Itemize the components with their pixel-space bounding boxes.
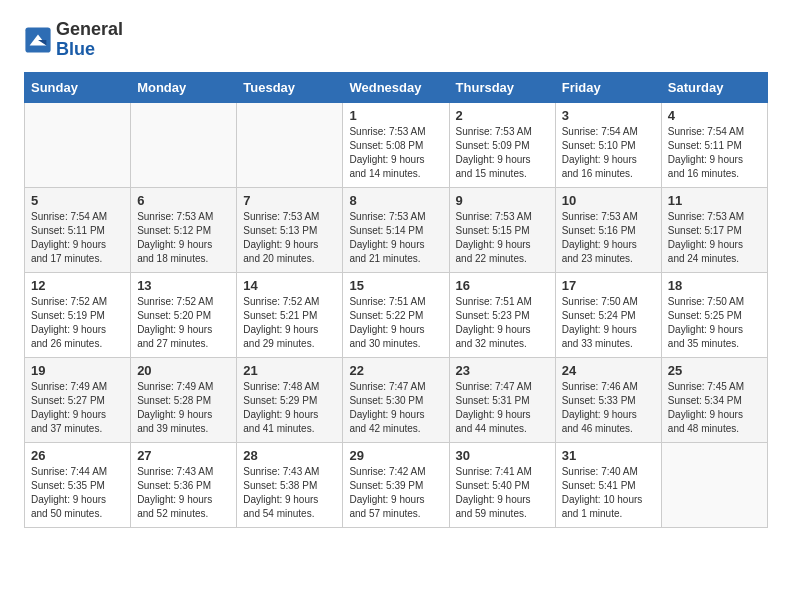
- weekday-header-thursday: Thursday: [449, 72, 555, 102]
- cell-content: Sunrise: 7:54 AM Sunset: 5:11 PM Dayligh…: [31, 210, 124, 266]
- cell-content: Sunrise: 7:45 AM Sunset: 5:34 PM Dayligh…: [668, 380, 761, 436]
- calendar-cell: 5Sunrise: 7:54 AM Sunset: 5:11 PM Daylig…: [25, 187, 131, 272]
- day-number: 14: [243, 278, 336, 293]
- cell-content: Sunrise: 7:52 AM Sunset: 5:21 PM Dayligh…: [243, 295, 336, 351]
- cell-content: Sunrise: 7:48 AM Sunset: 5:29 PM Dayligh…: [243, 380, 336, 436]
- day-number: 19: [31, 363, 124, 378]
- calendar-cell: 20Sunrise: 7:49 AM Sunset: 5:28 PM Dayli…: [131, 357, 237, 442]
- week-row-2: 5Sunrise: 7:54 AM Sunset: 5:11 PM Daylig…: [25, 187, 768, 272]
- weekday-header-tuesday: Tuesday: [237, 72, 343, 102]
- weekday-header-wednesday: Wednesday: [343, 72, 449, 102]
- logo-text: General Blue: [56, 20, 123, 60]
- day-number: 17: [562, 278, 655, 293]
- day-number: 30: [456, 448, 549, 463]
- calendar-cell: 22Sunrise: 7:47 AM Sunset: 5:30 PM Dayli…: [343, 357, 449, 442]
- calendar-cell: 24Sunrise: 7:46 AM Sunset: 5:33 PM Dayli…: [555, 357, 661, 442]
- day-number: 28: [243, 448, 336, 463]
- cell-content: Sunrise: 7:43 AM Sunset: 5:38 PM Dayligh…: [243, 465, 336, 521]
- cell-content: Sunrise: 7:52 AM Sunset: 5:20 PM Dayligh…: [137, 295, 230, 351]
- week-row-1: 1Sunrise: 7:53 AM Sunset: 5:08 PM Daylig…: [25, 102, 768, 187]
- weekday-header-row: SundayMondayTuesdayWednesdayThursdayFrid…: [25, 72, 768, 102]
- cell-content: Sunrise: 7:53 AM Sunset: 5:12 PM Dayligh…: [137, 210, 230, 266]
- cell-content: Sunrise: 7:47 AM Sunset: 5:30 PM Dayligh…: [349, 380, 442, 436]
- calendar-cell: 19Sunrise: 7:49 AM Sunset: 5:27 PM Dayli…: [25, 357, 131, 442]
- cell-content: Sunrise: 7:54 AM Sunset: 5:10 PM Dayligh…: [562, 125, 655, 181]
- day-number: 18: [668, 278, 761, 293]
- calendar-cell: 13Sunrise: 7:52 AM Sunset: 5:20 PM Dayli…: [131, 272, 237, 357]
- calendar-cell: 28Sunrise: 7:43 AM Sunset: 5:38 PM Dayli…: [237, 442, 343, 527]
- day-number: 21: [243, 363, 336, 378]
- calendar-cell: 14Sunrise: 7:52 AM Sunset: 5:21 PM Dayli…: [237, 272, 343, 357]
- day-number: 7: [243, 193, 336, 208]
- day-number: 31: [562, 448, 655, 463]
- calendar-cell: 12Sunrise: 7:52 AM Sunset: 5:19 PM Dayli…: [25, 272, 131, 357]
- day-number: 20: [137, 363, 230, 378]
- logo-blue: Blue: [56, 40, 123, 60]
- calendar-cell: 26Sunrise: 7:44 AM Sunset: 5:35 PM Dayli…: [25, 442, 131, 527]
- cell-content: Sunrise: 7:53 AM Sunset: 5:15 PM Dayligh…: [456, 210, 549, 266]
- day-number: 9: [456, 193, 549, 208]
- day-number: 8: [349, 193, 442, 208]
- cell-content: Sunrise: 7:50 AM Sunset: 5:24 PM Dayligh…: [562, 295, 655, 351]
- cell-content: Sunrise: 7:40 AM Sunset: 5:41 PM Dayligh…: [562, 465, 655, 521]
- calendar-cell: 6Sunrise: 7:53 AM Sunset: 5:12 PM Daylig…: [131, 187, 237, 272]
- logo-general: General: [56, 20, 123, 40]
- weekday-header-monday: Monday: [131, 72, 237, 102]
- calendar-cell: 31Sunrise: 7:40 AM Sunset: 5:41 PM Dayli…: [555, 442, 661, 527]
- day-number: 10: [562, 193, 655, 208]
- cell-content: Sunrise: 7:43 AM Sunset: 5:36 PM Dayligh…: [137, 465, 230, 521]
- day-number: 22: [349, 363, 442, 378]
- cell-content: Sunrise: 7:50 AM Sunset: 5:25 PM Dayligh…: [668, 295, 761, 351]
- calendar-cell: 10Sunrise: 7:53 AM Sunset: 5:16 PM Dayli…: [555, 187, 661, 272]
- day-number: 29: [349, 448, 442, 463]
- day-number: 13: [137, 278, 230, 293]
- day-number: 26: [31, 448, 124, 463]
- cell-content: Sunrise: 7:53 AM Sunset: 5:09 PM Dayligh…: [456, 125, 549, 181]
- cell-content: Sunrise: 7:41 AM Sunset: 5:40 PM Dayligh…: [456, 465, 549, 521]
- cell-content: Sunrise: 7:47 AM Sunset: 5:31 PM Dayligh…: [456, 380, 549, 436]
- calendar-cell: 25Sunrise: 7:45 AM Sunset: 5:34 PM Dayli…: [661, 357, 767, 442]
- cell-content: Sunrise: 7:51 AM Sunset: 5:23 PM Dayligh…: [456, 295, 549, 351]
- cell-content: Sunrise: 7:49 AM Sunset: 5:28 PM Dayligh…: [137, 380, 230, 436]
- day-number: 2: [456, 108, 549, 123]
- calendar-cell: [25, 102, 131, 187]
- calendar-cell: 23Sunrise: 7:47 AM Sunset: 5:31 PM Dayli…: [449, 357, 555, 442]
- calendar-cell: 8Sunrise: 7:53 AM Sunset: 5:14 PM Daylig…: [343, 187, 449, 272]
- calendar-cell: [237, 102, 343, 187]
- day-number: 15: [349, 278, 442, 293]
- cell-content: Sunrise: 7:53 AM Sunset: 5:17 PM Dayligh…: [668, 210, 761, 266]
- weekday-header-saturday: Saturday: [661, 72, 767, 102]
- cell-content: Sunrise: 7:54 AM Sunset: 5:11 PM Dayligh…: [668, 125, 761, 181]
- calendar-cell: [661, 442, 767, 527]
- header: General Blue: [24, 20, 768, 60]
- week-row-5: 26Sunrise: 7:44 AM Sunset: 5:35 PM Dayli…: [25, 442, 768, 527]
- weekday-header-friday: Friday: [555, 72, 661, 102]
- cell-content: Sunrise: 7:46 AM Sunset: 5:33 PM Dayligh…: [562, 380, 655, 436]
- day-number: 25: [668, 363, 761, 378]
- cell-content: Sunrise: 7:53 AM Sunset: 5:08 PM Dayligh…: [349, 125, 442, 181]
- day-number: 16: [456, 278, 549, 293]
- calendar-cell: 21Sunrise: 7:48 AM Sunset: 5:29 PM Dayli…: [237, 357, 343, 442]
- cell-content: Sunrise: 7:49 AM Sunset: 5:27 PM Dayligh…: [31, 380, 124, 436]
- logo: General Blue: [24, 20, 123, 60]
- calendar-cell: 2Sunrise: 7:53 AM Sunset: 5:09 PM Daylig…: [449, 102, 555, 187]
- calendar-cell: 4Sunrise: 7:54 AM Sunset: 5:11 PM Daylig…: [661, 102, 767, 187]
- day-number: 27: [137, 448, 230, 463]
- cell-content: Sunrise: 7:53 AM Sunset: 5:13 PM Dayligh…: [243, 210, 336, 266]
- calendar-cell: 15Sunrise: 7:51 AM Sunset: 5:22 PM Dayli…: [343, 272, 449, 357]
- calendar-cell: 16Sunrise: 7:51 AM Sunset: 5:23 PM Dayli…: [449, 272, 555, 357]
- calendar-cell: 30Sunrise: 7:41 AM Sunset: 5:40 PM Dayli…: [449, 442, 555, 527]
- cell-content: Sunrise: 7:53 AM Sunset: 5:16 PM Dayligh…: [562, 210, 655, 266]
- calendar-cell: [131, 102, 237, 187]
- cell-content: Sunrise: 7:53 AM Sunset: 5:14 PM Dayligh…: [349, 210, 442, 266]
- calendar-cell: 11Sunrise: 7:53 AM Sunset: 5:17 PM Dayli…: [661, 187, 767, 272]
- calendar-cell: 17Sunrise: 7:50 AM Sunset: 5:24 PM Dayli…: [555, 272, 661, 357]
- calendar-cell: 29Sunrise: 7:42 AM Sunset: 5:39 PM Dayli…: [343, 442, 449, 527]
- day-number: 12: [31, 278, 124, 293]
- week-row-4: 19Sunrise: 7:49 AM Sunset: 5:27 PM Dayli…: [25, 357, 768, 442]
- calendar-cell: 1Sunrise: 7:53 AM Sunset: 5:08 PM Daylig…: [343, 102, 449, 187]
- day-number: 24: [562, 363, 655, 378]
- day-number: 1: [349, 108, 442, 123]
- cell-content: Sunrise: 7:52 AM Sunset: 5:19 PM Dayligh…: [31, 295, 124, 351]
- calendar-cell: 18Sunrise: 7:50 AM Sunset: 5:25 PM Dayli…: [661, 272, 767, 357]
